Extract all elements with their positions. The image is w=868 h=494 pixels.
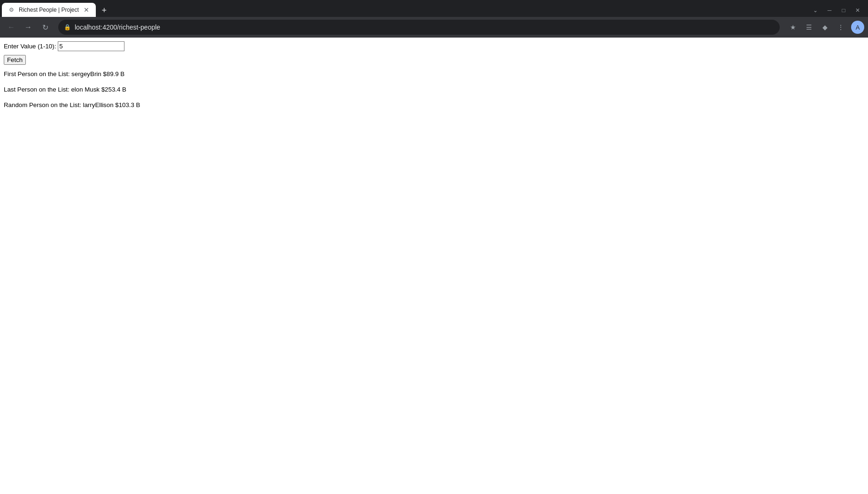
extensions-icon: ◆ (822, 23, 828, 31)
new-tab-button[interactable]: + (98, 4, 111, 17)
input-label: Enter Value (1-10): (4, 43, 56, 50)
extensions-button[interactable]: ◆ (817, 20, 832, 35)
bookmark-icon: ★ (790, 23, 796, 31)
last-person-result: Last Person on the List: elon Musk $253.… (4, 86, 864, 93)
browser-chrome: ⚙ Richest People | Project ✕ + ⌄ ─ □ ✕ ←… (0, 0, 868, 38)
tab-bar: ⚙ Richest People | Project ✕ + ⌄ ─ □ ✕ (0, 0, 868, 17)
new-tab-icon: + (102, 6, 107, 15)
reload-button[interactable]: ↻ (38, 20, 53, 35)
tab-close-button[interactable]: ✕ (83, 6, 90, 14)
fetch-button[interactable]: Fetch (4, 55, 26, 65)
maximize-button[interactable]: □ (837, 4, 850, 17)
menu-icon: ⋮ (837, 23, 844, 31)
page-content: Enter Value (1-10): Fetch First Person o… (0, 38, 868, 121)
toolbar-actions: ★ ☰ ◆ ⋮ A (785, 20, 864, 35)
forward-icon: → (24, 23, 32, 31)
address-text: localhost:4200/richest-people (75, 23, 774, 31)
first-person-result: First Person on the List: sergeyBrin $89… (4, 70, 864, 77)
random-person-result: Random Person on the List: larryEllison … (4, 101, 864, 108)
bookmark-button[interactable]: ★ (785, 20, 800, 35)
toolbar: ← → ↻ 🔒 localhost:4200/richest-people ★ … (0, 17, 868, 38)
window-close-button[interactable]: ✕ (851, 4, 864, 17)
profile-initial: A (856, 24, 860, 31)
forward-button[interactable]: → (21, 20, 36, 35)
minimize-button[interactable]: ─ (823, 4, 836, 17)
back-button[interactable]: ← (4, 20, 19, 35)
menu-button[interactable]: ⋮ (833, 20, 848, 35)
tab-title: Richest People | Project (19, 7, 79, 13)
window-controls: ⌄ ─ □ ✕ (809, 4, 868, 17)
tab-favicon: ⚙ (8, 6, 15, 14)
back-icon: ← (8, 23, 15, 31)
value-input[interactable] (58, 41, 124, 51)
address-secure-icon: 🔒 (64, 24, 71, 31)
form-row: Enter Value (1-10): (4, 41, 864, 51)
reading-list-icon: ☰ (806, 23, 812, 31)
active-tab[interactable]: ⚙ Richest People | Project ✕ (2, 3, 96, 17)
address-bar[interactable]: 🔒 localhost:4200/richest-people (58, 20, 780, 35)
reload-icon: ↻ (42, 23, 48, 32)
reading-list-button[interactable]: ☰ (801, 20, 816, 35)
dropdown-button[interactable]: ⌄ (809, 4, 822, 17)
profile-button[interactable]: A (851, 21, 864, 34)
